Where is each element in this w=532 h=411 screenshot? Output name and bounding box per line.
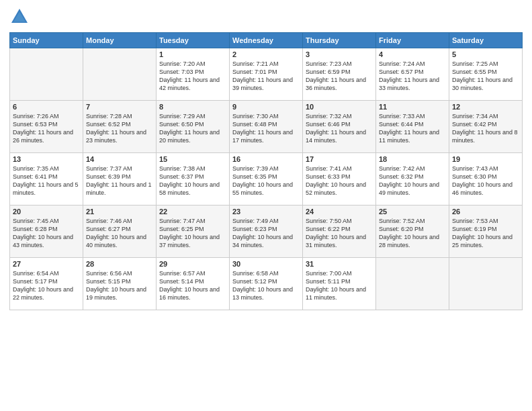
day-cell: 29Sunrise: 6:57 AMSunset: 5:14 PMDayligh…: [157, 258, 230, 310]
day-info: Sunrise: 7:39 AMSunset: 6:35 PMDaylight:…: [232, 165, 300, 197]
day-info: Sunrise: 7:24 AMSunset: 6:57 PMDaylight:…: [379, 60, 446, 93]
col-header-tuesday: Tuesday: [157, 33, 230, 48]
col-header-wednesday: Wednesday: [230, 33, 303, 48]
day-number: 9: [232, 103, 300, 111]
day-number: 22: [159, 208, 226, 216]
day-cell: 12Sunrise: 7:34 AMSunset: 6:42 PMDayligh…: [449, 101, 523, 153]
day-cell: 16Sunrise: 7:39 AMSunset: 6:35 PMDayligh…: [230, 153, 303, 205]
logo: [9, 7, 32, 27]
day-number: 20: [13, 208, 80, 216]
day-number: 30: [232, 260, 300, 268]
header: [9, 7, 523, 27]
day-cell: 27Sunrise: 6:54 AMSunset: 5:17 PMDayligh…: [10, 258, 83, 310]
calendar-table: SundayMondayTuesdayWednesdayThursdayFrid…: [9, 32, 523, 310]
week-row-2: 6Sunrise: 7:26 AMSunset: 6:53 PMDaylight…: [10, 101, 523, 153]
logo-icon: [9, 7, 30, 27]
col-header-saturday: Saturday: [449, 33, 523, 48]
day-info: Sunrise: 7:37 AMSunset: 6:39 PMDaylight:…: [86, 165, 153, 197]
day-cell: 6Sunrise: 7:26 AMSunset: 6:53 PMDaylight…: [10, 101, 83, 153]
day-cell: 28Sunrise: 6:56 AMSunset: 5:15 PMDayligh…: [83, 258, 157, 310]
day-info: Sunrise: 7:21 AMSunset: 7:01 PMDaylight:…: [232, 60, 300, 93]
day-info: Sunrise: 7:41 AMSunset: 6:33 PMDaylight:…: [306, 165, 373, 197]
day-number: 4: [379, 50, 446, 58]
day-info: Sunrise: 7:28 AMSunset: 6:52 PMDaylight:…: [86, 112, 153, 145]
day-info: Sunrise: 7:26 AMSunset: 6:53 PMDaylight:…: [13, 112, 80, 145]
day-cell: [10, 48, 83, 101]
day-number: 17: [306, 155, 373, 163]
day-number: 12: [452, 103, 519, 111]
day-number: 19: [452, 155, 519, 163]
day-number: 23: [232, 208, 300, 216]
day-number: 10: [306, 103, 373, 111]
day-number: 13: [13, 155, 80, 163]
day-cell: 10Sunrise: 7:32 AMSunset: 6:46 PMDayligh…: [303, 101, 376, 153]
day-info: Sunrise: 7:38 AMSunset: 6:37 PMDaylight:…: [159, 165, 226, 197]
day-info: Sunrise: 7:35 AMSunset: 6:41 PMDaylight:…: [13, 165, 80, 197]
day-number: 27: [13, 260, 80, 268]
week-row-3: 13Sunrise: 7:35 AMSunset: 6:41 PMDayligh…: [10, 153, 523, 205]
day-info: Sunrise: 6:57 AMSunset: 5:14 PMDaylight:…: [159, 269, 226, 302]
day-number: 15: [159, 155, 226, 163]
day-cell: 13Sunrise: 7:35 AMSunset: 6:41 PMDayligh…: [10, 153, 83, 205]
day-number: 6: [13, 103, 80, 111]
day-cell: 7Sunrise: 7:28 AMSunset: 6:52 PMDaylight…: [83, 101, 157, 153]
day-number: 21: [86, 208, 153, 216]
col-header-monday: Monday: [83, 33, 157, 48]
header-row: SundayMondayTuesdayWednesdayThursdayFrid…: [10, 33, 523, 48]
day-info: Sunrise: 7:30 AMSunset: 6:48 PMDaylight:…: [232, 112, 300, 145]
col-header-sunday: Sunday: [10, 33, 83, 48]
day-number: 26: [452, 208, 519, 216]
day-number: 25: [379, 208, 446, 216]
page: SundayMondayTuesdayWednesdayThursdayFrid…: [0, 0, 532, 411]
day-number: 2: [232, 50, 300, 58]
day-cell: 24Sunrise: 7:50 AMSunset: 6:22 PMDayligh…: [303, 205, 376, 258]
col-header-friday: Friday: [376, 33, 449, 48]
day-cell: 15Sunrise: 7:38 AMSunset: 6:37 PMDayligh…: [157, 153, 230, 205]
day-info: Sunrise: 7:42 AMSunset: 6:32 PMDaylight:…: [379, 165, 446, 197]
day-number: 24: [306, 208, 373, 216]
day-cell: 26Sunrise: 7:53 AMSunset: 6:19 PMDayligh…: [449, 205, 523, 258]
day-info: Sunrise: 7:29 AMSunset: 6:50 PMDaylight:…: [159, 112, 226, 145]
day-cell: [449, 258, 523, 310]
day-number: 14: [86, 155, 153, 163]
day-info: Sunrise: 6:54 AMSunset: 5:17 PMDaylight:…: [13, 269, 80, 302]
day-info: Sunrise: 7:46 AMSunset: 6:27 PMDaylight:…: [86, 217, 153, 250]
day-info: Sunrise: 7:47 AMSunset: 6:25 PMDaylight:…: [159, 217, 226, 250]
day-cell: 23Sunrise: 7:49 AMSunset: 6:23 PMDayligh…: [230, 205, 303, 258]
day-info: Sunrise: 7:23 AMSunset: 6:59 PMDaylight:…: [306, 60, 373, 93]
day-number: 18: [379, 155, 446, 163]
day-number: 3: [306, 50, 373, 58]
day-cell: 8Sunrise: 7:29 AMSunset: 6:50 PMDaylight…: [157, 101, 230, 153]
day-number: 16: [232, 155, 300, 163]
day-number: 5: [452, 50, 519, 58]
day-info: Sunrise: 7:34 AMSunset: 6:42 PMDaylight:…: [452, 112, 519, 145]
day-cell: [376, 258, 449, 310]
day-cell: 19Sunrise: 7:43 AMSunset: 6:30 PMDayligh…: [449, 153, 523, 205]
day-cell: 17Sunrise: 7:41 AMSunset: 6:33 PMDayligh…: [303, 153, 376, 205]
day-number: 8: [159, 103, 226, 111]
day-cell: 30Sunrise: 6:58 AMSunset: 5:12 PMDayligh…: [230, 258, 303, 310]
day-info: Sunrise: 7:20 AMSunset: 7:03 PMDaylight:…: [159, 60, 226, 93]
day-info: Sunrise: 7:45 AMSunset: 6:28 PMDaylight:…: [13, 217, 80, 250]
day-cell: 5Sunrise: 7:25 AMSunset: 6:55 PMDaylight…: [449, 48, 523, 101]
day-info: Sunrise: 7:49 AMSunset: 6:23 PMDaylight:…: [232, 217, 300, 250]
day-cell: 2Sunrise: 7:21 AMSunset: 7:01 PMDaylight…: [230, 48, 303, 101]
day-info: Sunrise: 7:25 AMSunset: 6:55 PMDaylight:…: [452, 60, 519, 93]
day-cell: 14Sunrise: 7:37 AMSunset: 6:39 PMDayligh…: [83, 153, 157, 205]
col-header-thursday: Thursday: [303, 33, 376, 48]
day-info: Sunrise: 7:53 AMSunset: 6:19 PMDaylight:…: [452, 217, 519, 250]
day-info: Sunrise: 7:50 AMSunset: 6:22 PMDaylight:…: [306, 217, 373, 250]
day-number: 11: [379, 103, 446, 111]
week-row-5: 27Sunrise: 6:54 AMSunset: 5:17 PMDayligh…: [10, 258, 523, 310]
day-number: 7: [86, 103, 153, 111]
day-cell: 20Sunrise: 7:45 AMSunset: 6:28 PMDayligh…: [10, 205, 83, 258]
day-cell: 4Sunrise: 7:24 AMSunset: 6:57 PMDaylight…: [376, 48, 449, 101]
day-cell: 9Sunrise: 7:30 AMSunset: 6:48 PMDaylight…: [230, 101, 303, 153]
day-info: Sunrise: 7:00 AMSunset: 5:11 PMDaylight:…: [306, 269, 373, 302]
day-number: 1: [159, 50, 226, 58]
day-number: 29: [159, 260, 226, 268]
day-cell: 3Sunrise: 7:23 AMSunset: 6:59 PMDaylight…: [303, 48, 376, 101]
day-cell: 31Sunrise: 7:00 AMSunset: 5:11 PMDayligh…: [303, 258, 376, 310]
day-info: Sunrise: 7:32 AMSunset: 6:46 PMDaylight:…: [306, 112, 373, 145]
day-info: Sunrise: 6:56 AMSunset: 5:15 PMDaylight:…: [86, 269, 153, 302]
